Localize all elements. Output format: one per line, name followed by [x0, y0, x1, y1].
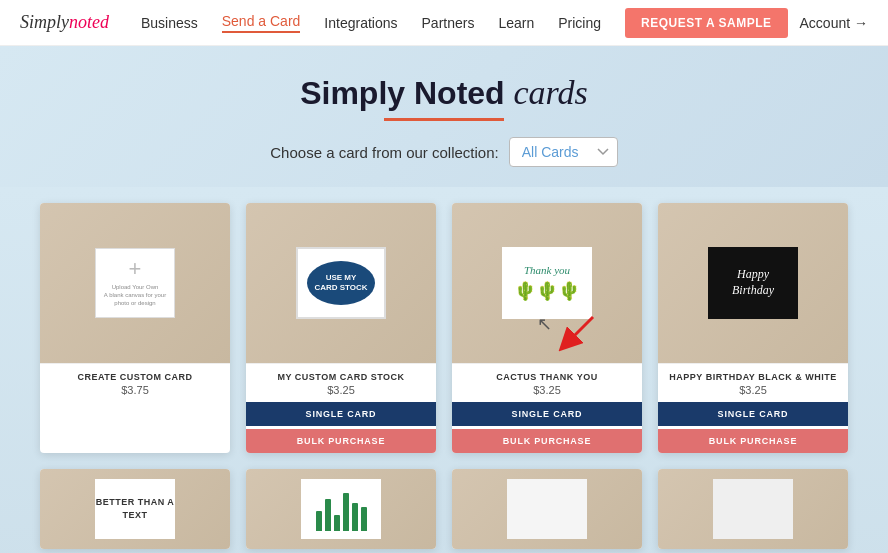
bar-6 [361, 507, 367, 531]
card-custom-price: $3.75 [50, 384, 220, 396]
cards-section: + Upload Your OwnA blank canvas for your… [0, 187, 888, 553]
card-cactus-bg: Thank you 🌵🌵🌵 ↖ [452, 203, 642, 363]
bottom-card-1-text: BETTER THAN A TEXT [95, 479, 175, 539]
card-cactus-bulk-button[interactable]: BULK PURCHASE [452, 429, 642, 453]
card-custom-description: Upload Your OwnA blank canvas for your p… [96, 284, 174, 307]
hero-filter: Choose a card from our collection: All C… [20, 137, 868, 167]
request-sample-button[interactable]: REQUEST A SAMPLE [625, 8, 787, 38]
hero-underline [384, 118, 504, 121]
card-stock-title: MY CUSTOM CARD STOCK [256, 372, 426, 382]
bottom-card-4[interactable] [658, 469, 848, 549]
site-logo[interactable]: Simplynoted [20, 12, 109, 33]
filter-label: Choose a card from our collection: [270, 144, 498, 161]
bottom-cards-grid: BETTER THAN A TEXT [40, 469, 848, 549]
hero-title: Simply Noted cards [20, 74, 868, 112]
card-stock-price: $3.25 [256, 384, 426, 396]
bar-1 [316, 511, 322, 531]
card-bday-text: HappyBirthday [732, 267, 774, 298]
card-bday-title: HAPPY BIRTHDAY BLACK & WHITE [668, 372, 838, 382]
nav-business[interactable]: Business [141, 15, 198, 31]
card-cactus-title: CACTUS THANK YOU [462, 372, 632, 382]
card-stock[interactable]: USE MYCARD STOCK MY CUSTOM CARD STOCK $3… [246, 203, 436, 453]
card-cactus-thankyou: Thank you [524, 264, 570, 276]
card-stock-image: USE MYCARD STOCK [246, 203, 436, 363]
card-stock-info: MY CUSTOM CARD STOCK $3.25 [246, 363, 436, 402]
bottom-card-4-blank [713, 479, 793, 539]
bottom-card-3-bg [452, 469, 642, 549]
card-cactus-image: Thank you 🌵🌵🌵 ↖ [452, 203, 642, 363]
account-menu[interactable]: Account → [800, 15, 868, 31]
bottom-card-3-blank [507, 479, 587, 539]
bar-5 [352, 503, 358, 531]
red-arrow-icon [557, 309, 601, 353]
bottom-card-2[interactable] [246, 469, 436, 549]
nav-send-a-card[interactable]: Send a Card [222, 13, 301, 33]
hero-section: Simply Noted cards Choose a card from ou… [0, 46, 888, 187]
nav-links: Business Send a Card Integrations Partne… [141, 13, 601, 33]
card-bday-bulk-button[interactable]: BULK PURCHASE [658, 429, 848, 453]
card-custom-image: + Upload Your OwnA blank canvas for your… [40, 203, 230, 363]
bar-2 [325, 499, 331, 531]
bottom-card-4-bg [658, 469, 848, 549]
hero-title-script: cards [514, 74, 588, 111]
nav-partners[interactable]: Partners [422, 15, 475, 31]
card-custom-inner: + Upload Your OwnA blank canvas for your… [95, 248, 175, 318]
cards-grid: + Upload Your OwnA blank canvas for your… [40, 203, 848, 453]
bottom-card-1-bg: BETTER THAN A TEXT [40, 469, 230, 549]
card-custom-info: CREATE CUSTOM CARD $3.75 [40, 363, 230, 402]
card-custom[interactable]: + Upload Your OwnA blank canvas for your… [40, 203, 230, 453]
card-collection-select[interactable]: All CardsThank YouBirthdayHolidayBusines… [509, 137, 618, 167]
card-stock-inner: USE MYCARD STOCK [296, 247, 386, 319]
card-custom-title: CREATE CUSTOM CARD [50, 372, 220, 382]
card-stock-bg: USE MYCARD STOCK [246, 203, 436, 363]
card-stock-oval: USE MYCARD STOCK [307, 261, 375, 305]
card-cactus-single-button[interactable]: SINGLE CARD [452, 402, 642, 426]
bottom-card-3[interactable] [452, 469, 642, 549]
bottom-card-2-bars [301, 479, 381, 539]
bar-3 [334, 515, 340, 531]
bottom-cards-row: BETTER THAN A TEXT [40, 469, 848, 549]
card-bday-image: HappyBirthday [658, 203, 848, 363]
card-bday-info: HAPPY BIRTHDAY BLACK & WHITE $3.25 [658, 363, 848, 402]
card-bday[interactable]: HappyBirthday HAPPY BIRTHDAY BLACK & WHI… [658, 203, 848, 453]
bar-4 [343, 493, 349, 531]
card-cactus-info: CACTUS THANK YOU $3.25 [452, 363, 642, 402]
card-cactus-price: $3.25 [462, 384, 632, 396]
plus-icon: + [129, 258, 142, 280]
card-stock-single-button[interactable]: SINGLE CARD [246, 402, 436, 426]
nav-pricing[interactable]: Pricing [558, 15, 601, 31]
cursor-icon: ↖ [537, 313, 552, 335]
card-cactus-cactus: 🌵🌵🌵 [514, 280, 580, 302]
card-bday-inner: HappyBirthday [708, 247, 798, 319]
nav-right: REQUEST A SAMPLE Account → [625, 8, 868, 38]
card-bday-single-button[interactable]: SINGLE CARD [658, 402, 848, 426]
navbar: Simplynoted Business Send a Card Integra… [0, 0, 888, 46]
card-bday-price: $3.25 [668, 384, 838, 396]
card-bday-bg: HappyBirthday [658, 203, 848, 363]
bottom-card-2-bg [246, 469, 436, 549]
nav-learn[interactable]: Learn [498, 15, 534, 31]
hero-title-main: Simply Noted [300, 75, 504, 111]
card-custom-bg: + Upload Your OwnA blank canvas for your… [40, 203, 230, 363]
nav-integrations[interactable]: Integrations [324, 15, 397, 31]
bottom-card-1[interactable]: BETTER THAN A TEXT [40, 469, 230, 549]
card-cactus[interactable]: Thank you 🌵🌵🌵 ↖ [452, 203, 642, 453]
card-stock-bulk-button[interactable]: BULK PURCHASE [246, 429, 436, 453]
svg-line-1 [567, 317, 593, 343]
